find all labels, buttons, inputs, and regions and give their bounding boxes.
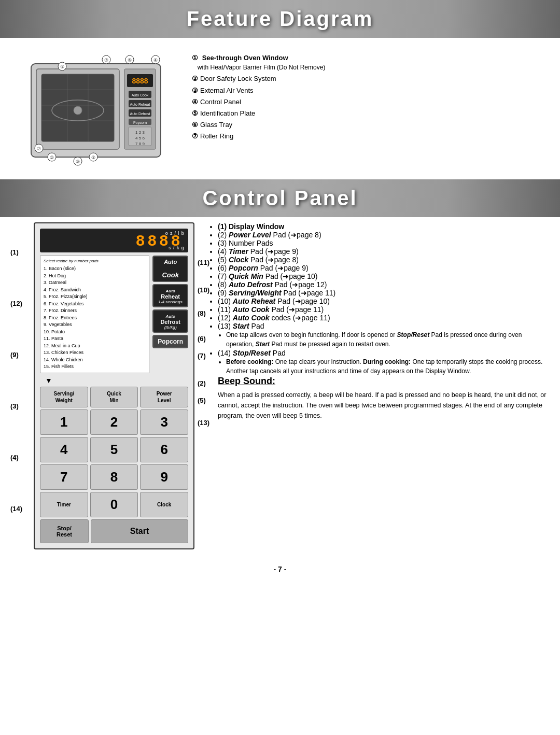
svg-text:Popcorn: Popcorn bbox=[133, 121, 147, 125]
desc-9: (9) Serving/Weight Pad (➜page 11) bbox=[218, 289, 550, 297]
svg-text:7 8 9: 7 8 9 bbox=[135, 142, 145, 146]
stop-reset-button[interactable]: Stop/Reset bbox=[40, 519, 89, 543]
num-2-button[interactable]: 2 bbox=[90, 409, 138, 435]
desc-7: (7) Quick Min Pad (➜page 10) bbox=[218, 272, 550, 280]
desc-4: (4) Timer Pad (➜page 9) bbox=[218, 247, 550, 256]
microwave-svg: 8888 Auto Cook Auto Reheat Auto Defrost … bbox=[21, 48, 176, 167]
feature-item-2: ②Door Safety Lock System bbox=[192, 74, 539, 83]
num-9-button[interactable]: 9 bbox=[140, 464, 188, 490]
recipe-12: 12. Meal in a Cup bbox=[44, 343, 146, 350]
left-labels: (1) (12) (9) (3) (4) (14) bbox=[10, 222, 34, 513]
recipe-3: 3. Oatmeal bbox=[44, 279, 146, 287]
page-number: - 7 - bbox=[0, 560, 560, 578]
num-7-button[interactable]: 7 bbox=[40, 464, 88, 490]
recipe-10: 10. Potato bbox=[44, 329, 146, 336]
feature-item-1: ① See-through Oven Window with Heat/Vapo… bbox=[192, 53, 539, 72]
beep-sound-section: Beep Sound: When a pad is pressed correc… bbox=[218, 376, 550, 421]
recipe-area: Select recipe by number pads 1. Bacon (s… bbox=[40, 256, 188, 373]
recipe-11: 11. Pasta bbox=[44, 335, 146, 343]
display-window: 8888 oz/lb s/kg bbox=[40, 229, 188, 252]
left-label-9: (9) bbox=[10, 351, 31, 359]
left-label-4: (4) bbox=[10, 454, 31, 461]
quick-min-button[interactable]: QuickMin bbox=[90, 387, 138, 407]
serving-weight-button[interactable]: Serving/Weight bbox=[40, 387, 88, 407]
recipe-5: 5. Froz. Pizza(single) bbox=[44, 293, 146, 301]
feature-item-5: ⑤Identification Plate bbox=[192, 109, 539, 118]
display-unit-oz-lb: oz/lb bbox=[165, 231, 187, 236]
auto-cook-button[interactable]: Auto Cook bbox=[152, 256, 188, 282]
description-list: (1) Display Window (2) Power Level Pad (… bbox=[218, 222, 550, 376]
num-5-button[interactable]: 5 bbox=[90, 437, 138, 462]
svg-text:1 2 3: 1 2 3 bbox=[135, 130, 145, 135]
feature-diagram-header: Feature Diagram bbox=[0, 0, 560, 38]
num-3-button[interactable]: 3 bbox=[140, 409, 188, 435]
start-button[interactable]: Start bbox=[91, 519, 188, 543]
num-8-button[interactable]: 8 bbox=[90, 464, 138, 490]
left-label-12: (12) bbox=[10, 300, 31, 307]
recipe-13: 13. Chicken Pieces bbox=[44, 349, 146, 357]
recipe-2: 2. Hot Dog bbox=[44, 273, 146, 280]
auto-defrost-button[interactable]: Auto Defrost (lb/kg) bbox=[152, 309, 188, 333]
power-level-button[interactable]: PowerLevel bbox=[140, 387, 188, 407]
recipe-4: 4. Froz. Sandwich bbox=[44, 287, 146, 294]
number-grid: 1 2 3 4 5 6 7 8 9 bbox=[40, 409, 188, 490]
num-0-button[interactable]: 0 bbox=[90, 492, 138, 517]
desc-12: (12) Auto Cook codes (➜page 11) bbox=[218, 314, 550, 322]
select-recipe-label: Select recipe by number pads bbox=[44, 258, 146, 264]
stop-start-row: Stop/Reset Start bbox=[40, 519, 188, 543]
num-4-button[interactable]: 4 bbox=[40, 437, 88, 462]
timer-button[interactable]: Timer bbox=[40, 492, 88, 517]
desc-10: (10) Auto Reheat Pad (➜page 10) bbox=[218, 297, 550, 305]
timer-zero-clock-row: Timer 0 Clock bbox=[40, 492, 188, 517]
popcorn-button[interactable]: Popcorn bbox=[152, 335, 188, 348]
control-panel-header: Control Panel bbox=[0, 179, 560, 217]
left-label-1: (1) bbox=[10, 248, 31, 256]
feature-item-4: ④Control Panel bbox=[192, 97, 539, 107]
svg-text:8888: 8888 bbox=[132, 77, 148, 85]
feature-item-6: ⑥Glass Tray bbox=[192, 120, 539, 130]
recipe-8: 8. Froz. Entrees bbox=[44, 315, 146, 322]
feature-item-7: ⑦Roller Ring bbox=[192, 132, 539, 141]
desc-14: (14) Stop/Reset Pad bbox=[218, 349, 550, 357]
recipe-1: 1. Bacon (slice) bbox=[44, 265, 146, 273]
svg-text:③: ③ bbox=[104, 58, 108, 63]
recipe-9: 9. Vegetables bbox=[44, 321, 146, 329]
svg-text:⑦: ⑦ bbox=[37, 146, 41, 151]
function-row: Serving/Weight QuickMin PowerLevel bbox=[40, 387, 188, 407]
recipe-14: 14. Whole Chicken bbox=[44, 357, 146, 364]
right-description-panel: (1) Display Window (2) Power Level Pad (… bbox=[207, 222, 550, 549]
keypad: 8888 oz/lb s/kg Select recipe by number … bbox=[34, 222, 194, 549]
display-unit-s-kg: s/kg bbox=[169, 245, 186, 250]
feature-diagram-title: Feature Diagram bbox=[0, 7, 560, 31]
svg-text:⑤: ⑤ bbox=[91, 155, 95, 160]
feature-diagram-section: 8888 Auto Cook Auto Reheat Auto Defrost … bbox=[0, 38, 560, 174]
desc-3: (3) Number Pads bbox=[218, 239, 550, 247]
svg-text:③: ③ bbox=[76, 159, 80, 164]
control-panel-title: Control Panel bbox=[0, 187, 560, 210]
desc-6: (6) Popcorn Pad (➜page 9) bbox=[218, 264, 550, 272]
desc-13: (13) Start Pad bbox=[218, 322, 550, 330]
svg-text:①: ① bbox=[60, 64, 64, 69]
left-label-3: (3) bbox=[10, 402, 31, 410]
auto-buttons: Auto Cook Auto Reheat 1-4 servings Auto … bbox=[152, 256, 188, 373]
desc-14-detail: Before cooking: One tap clears your inst… bbox=[226, 357, 550, 376]
left-label-14: (14) bbox=[10, 505, 31, 513]
beep-sound-text: When a pad is pressed correctly, a beep … bbox=[218, 390, 550, 421]
svg-point-9 bbox=[74, 106, 82, 115]
triangle-indicator: ▼ bbox=[40, 376, 188, 385]
svg-text:Auto Cook: Auto Cook bbox=[132, 93, 149, 97]
beep-sound-title: Beep Sound: bbox=[218, 376, 550, 387]
feature-list: ① See-through Oven Window with Heat/Vapo… bbox=[192, 48, 539, 144]
feature-item-3: ③External Air Vents bbox=[192, 86, 539, 95]
microwave-diagram: 8888 Auto Cook Auto Reheat Auto Defrost … bbox=[21, 48, 176, 169]
keypad-area: (1) (12) (9) (3) (4) (14) 8888 oz/lb s/k… bbox=[10, 222, 207, 549]
desc-11: (11) Auto Cook Pad (➜page 11) bbox=[218, 305, 550, 314]
num-1-button[interactable]: 1 bbox=[40, 409, 88, 435]
desc-8: (8) Auto Defrost Pad (➜page 12) bbox=[218, 280, 550, 289]
num-6-button[interactable]: 6 bbox=[140, 437, 188, 462]
desc-1: (1) Display Window bbox=[218, 222, 550, 231]
svg-text:⑥: ⑥ bbox=[128, 58, 132, 63]
auto-reheat-button[interactable]: Auto Reheat 1-4 servings bbox=[152, 284, 188, 307]
svg-text:④: ④ bbox=[153, 58, 158, 63]
clock-button[interactable]: Clock bbox=[140, 492, 188, 517]
